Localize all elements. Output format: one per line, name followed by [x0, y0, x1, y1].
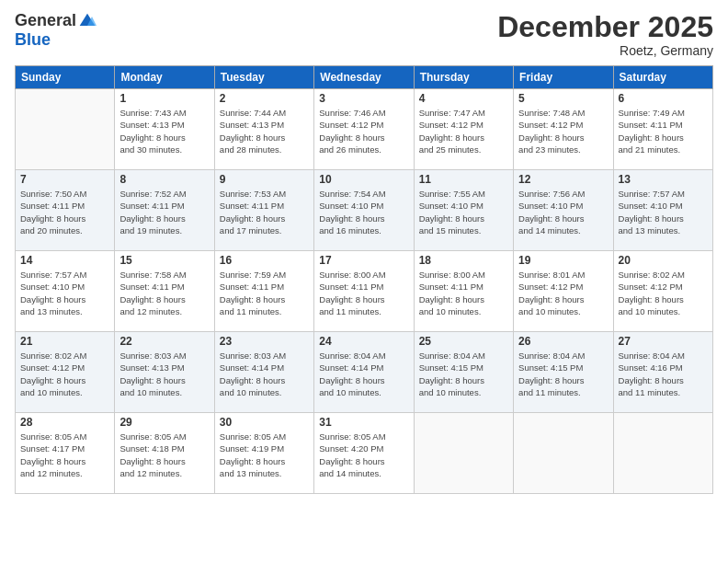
day-number: 10 — [319, 173, 408, 186]
calendar-cell: 20Sunrise: 8:02 AM Sunset: 4:12 PM Dayli… — [613, 251, 712, 332]
day-number: 15 — [119, 254, 209, 267]
day-number: 1 — [119, 92, 209, 105]
week-row-5: 28Sunrise: 8:05 AM Sunset: 4:17 PM Dayli… — [16, 413, 713, 494]
day-info: Sunrise: 7:50 AM Sunset: 4:11 PM Dayligh… — [20, 188, 109, 236]
calendar-cell: 23Sunrise: 8:03 AM Sunset: 4:14 PM Dayli… — [214, 332, 313, 413]
day-info: Sunrise: 8:04 AM Sunset: 4:15 PM Dayligh… — [518, 350, 608, 398]
week-row-4: 21Sunrise: 8:02 AM Sunset: 4:12 PM Dayli… — [16, 332, 713, 413]
logo: General Blue — [15, 11, 97, 50]
location: Roetz, Germany — [497, 43, 713, 58]
day-info: Sunrise: 8:04 AM Sunset: 4:14 PM Dayligh… — [319, 350, 408, 398]
calendar-cell — [613, 413, 712, 494]
calendar-cell — [414, 413, 513, 494]
day-number: 4 — [419, 92, 508, 105]
day-number: 16 — [220, 254, 309, 267]
day-number: 14 — [20, 254, 109, 267]
day-number: 30 — [220, 416, 309, 429]
day-info: Sunrise: 8:02 AM Sunset: 4:12 PM Dayligh… — [619, 269, 708, 317]
calendar-cell: 9Sunrise: 7:53 AM Sunset: 4:11 PM Daylig… — [214, 170, 313, 251]
day-info: Sunrise: 8:05 AM Sunset: 4:20 PM Dayligh… — [319, 431, 408, 479]
day-info: Sunrise: 7:49 AM Sunset: 4:11 PM Dayligh… — [619, 107, 708, 155]
day-info: Sunrise: 7:55 AM Sunset: 4:10 PM Dayligh… — [419, 188, 508, 236]
calendar-cell: 5Sunrise: 7:48 AM Sunset: 4:12 PM Daylig… — [514, 89, 613, 170]
weekday-monday: Monday — [115, 66, 214, 89]
day-number: 23 — [220, 335, 309, 348]
calendar-cell: 12Sunrise: 7:56 AM Sunset: 4:10 PM Dayli… — [514, 170, 613, 251]
calendar-cell: 4Sunrise: 7:47 AM Sunset: 4:12 PM Daylig… — [414, 89, 513, 170]
title-section: December 2025 Roetz, Germany — [497, 11, 713, 58]
calendar-cell: 6Sunrise: 7:49 AM Sunset: 4:11 PM Daylig… — [613, 89, 712, 170]
calendar-cell: 24Sunrise: 8:04 AM Sunset: 4:14 PM Dayli… — [314, 332, 414, 413]
weekday-sunday: Sunday — [16, 66, 115, 89]
header: General Blue December 2025 Roetz, German… — [15, 11, 713, 58]
month-title: December 2025 — [497, 11, 713, 43]
calendar-cell: 15Sunrise: 7:58 AM Sunset: 4:11 PM Dayli… — [115, 251, 214, 332]
logo-blue: Blue — [15, 30, 51, 50]
day-number: 19 — [518, 254, 608, 267]
day-number: 13 — [619, 173, 708, 186]
calendar-cell — [16, 89, 115, 170]
calendar-cell: 3Sunrise: 7:46 AM Sunset: 4:12 PM Daylig… — [314, 89, 414, 170]
day-info: Sunrise: 8:02 AM Sunset: 4:12 PM Dayligh… — [20, 350, 109, 398]
day-number: 20 — [619, 254, 708, 267]
weekday-header-row: SundayMondayTuesdayWednesdayThursdayFrid… — [16, 66, 713, 89]
calendar: SundayMondayTuesdayWednesdayThursdayFrid… — [15, 65, 713, 494]
day-info: Sunrise: 7:44 AM Sunset: 4:13 PM Dayligh… — [220, 107, 309, 155]
calendar-cell: 31Sunrise: 8:05 AM Sunset: 4:20 PM Dayli… — [314, 413, 414, 494]
calendar-cell: 27Sunrise: 8:04 AM Sunset: 4:16 PM Dayli… — [613, 332, 712, 413]
day-number: 9 — [220, 173, 309, 186]
day-number: 11 — [419, 173, 508, 186]
calendar-cell: 1Sunrise: 7:43 AM Sunset: 4:13 PM Daylig… — [115, 89, 214, 170]
day-number: 3 — [319, 92, 408, 105]
day-number: 18 — [419, 254, 508, 267]
calendar-cell: 7Sunrise: 7:50 AM Sunset: 4:11 PM Daylig… — [16, 170, 115, 251]
day-info: Sunrise: 8:05 AM Sunset: 4:17 PM Dayligh… — [20, 431, 109, 479]
weekday-saturday: Saturday — [613, 66, 712, 89]
day-number: 2 — [220, 92, 309, 105]
day-info: Sunrise: 7:47 AM Sunset: 4:12 PM Dayligh… — [419, 107, 508, 155]
day-number: 22 — [119, 335, 209, 348]
calendar-cell: 25Sunrise: 8:04 AM Sunset: 4:15 PM Dayli… — [414, 332, 513, 413]
day-info: Sunrise: 7:46 AM Sunset: 4:12 PM Dayligh… — [319, 107, 408, 155]
day-info: Sunrise: 8:00 AM Sunset: 4:11 PM Dayligh… — [419, 269, 508, 317]
day-number: 26 — [518, 335, 608, 348]
day-info: Sunrise: 7:43 AM Sunset: 4:13 PM Dayligh… — [119, 107, 209, 155]
day-number: 5 — [518, 92, 608, 105]
weekday-wednesday: Wednesday — [314, 66, 414, 89]
day-info: Sunrise: 8:00 AM Sunset: 4:11 PM Dayligh… — [319, 269, 408, 317]
weekday-friday: Friday — [514, 66, 613, 89]
day-info: Sunrise: 8:04 AM Sunset: 4:15 PM Dayligh… — [419, 350, 508, 398]
day-number: 27 — [619, 335, 708, 348]
day-number: 6 — [619, 92, 708, 105]
page-container: General Blue December 2025 Roetz, German… — [0, 0, 728, 563]
calendar-cell: 19Sunrise: 8:01 AM Sunset: 4:12 PM Dayli… — [514, 251, 613, 332]
calendar-cell: 18Sunrise: 8:00 AM Sunset: 4:11 PM Dayli… — [414, 251, 513, 332]
day-number: 28 — [20, 416, 109, 429]
calendar-cell: 29Sunrise: 8:05 AM Sunset: 4:18 PM Dayli… — [115, 413, 214, 494]
day-number: 7 — [20, 173, 109, 186]
day-info: Sunrise: 8:03 AM Sunset: 4:14 PM Dayligh… — [220, 350, 309, 398]
week-row-1: 1Sunrise: 7:43 AM Sunset: 4:13 PM Daylig… — [16, 89, 713, 170]
logo-general: General — [15, 11, 76, 30]
weekday-thursday: Thursday — [414, 66, 513, 89]
calendar-cell: 11Sunrise: 7:55 AM Sunset: 4:10 PM Dayli… — [414, 170, 513, 251]
day-info: Sunrise: 7:57 AM Sunset: 4:10 PM Dayligh… — [20, 269, 109, 317]
calendar-cell: 26Sunrise: 8:04 AM Sunset: 4:15 PM Dayli… — [514, 332, 613, 413]
calendar-cell: 22Sunrise: 8:03 AM Sunset: 4:13 PM Dayli… — [115, 332, 214, 413]
day-info: Sunrise: 7:57 AM Sunset: 4:10 PM Dayligh… — [619, 188, 708, 236]
day-info: Sunrise: 8:01 AM Sunset: 4:12 PM Dayligh… — [518, 269, 608, 317]
calendar-cell: 2Sunrise: 7:44 AM Sunset: 4:13 PM Daylig… — [214, 89, 313, 170]
day-info: Sunrise: 7:53 AM Sunset: 4:11 PM Dayligh… — [220, 188, 309, 236]
weekday-tuesday: Tuesday — [214, 66, 313, 89]
calendar-cell: 10Sunrise: 7:54 AM Sunset: 4:10 PM Dayli… — [314, 170, 414, 251]
calendar-cell: 13Sunrise: 7:57 AM Sunset: 4:10 PM Dayli… — [613, 170, 712, 251]
day-info: Sunrise: 7:58 AM Sunset: 4:11 PM Dayligh… — [119, 269, 209, 317]
day-info: Sunrise: 7:54 AM Sunset: 4:10 PM Dayligh… — [319, 188, 408, 236]
day-info: Sunrise: 8:05 AM Sunset: 4:19 PM Dayligh… — [220, 431, 309, 479]
day-info: Sunrise: 7:52 AM Sunset: 4:11 PM Dayligh… — [119, 188, 209, 236]
calendar-cell: 30Sunrise: 8:05 AM Sunset: 4:19 PM Dayli… — [214, 413, 313, 494]
day-info: Sunrise: 8:04 AM Sunset: 4:16 PM Dayligh… — [619, 350, 708, 398]
calendar-cell: 8Sunrise: 7:52 AM Sunset: 4:11 PM Daylig… — [115, 170, 214, 251]
day-info: Sunrise: 7:48 AM Sunset: 4:12 PM Dayligh… — [518, 107, 608, 155]
week-row-2: 7Sunrise: 7:50 AM Sunset: 4:11 PM Daylig… — [16, 170, 713, 251]
